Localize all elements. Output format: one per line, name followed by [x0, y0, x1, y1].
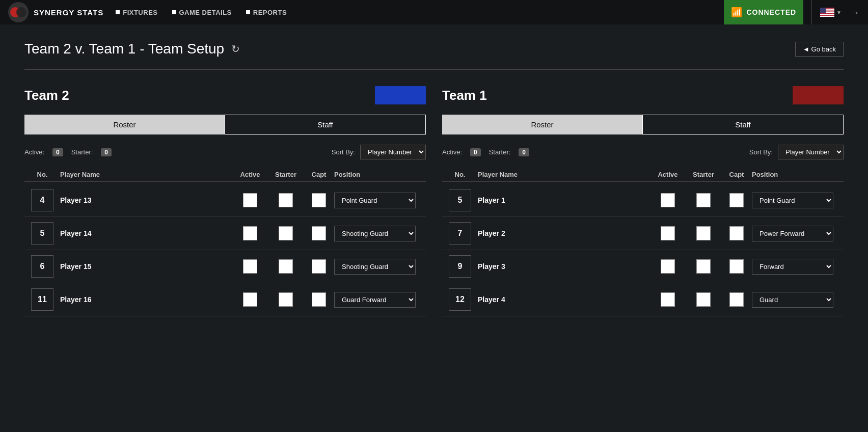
- player-name: Player 3: [478, 262, 650, 271]
- wifi-icon: 📶: [731, 7, 742, 18]
- team1-controls-left: Active: 0 Starter: 0: [442, 148, 529, 156]
- table-row: 6 Player 15 Point Guard Shooting Guard S…: [24, 250, 426, 283]
- nav-links: FIXTURES GAME DETAILS REPORTS: [116, 9, 712, 16]
- team2-sort-label: Sort By:: [332, 148, 355, 156]
- position-select[interactable]: Point Guard Shooting Guard Small Forward…: [334, 193, 416, 208]
- flag-selector[interactable]: ▼: [820, 8, 842, 17]
- page-content: Team 2 v. Team 1 - Team Setup ↻ ◄ Go bac…: [0, 24, 868, 333]
- team1-color-swatch[interactable]: [793, 86, 844, 104]
- team1-col-active: Active: [650, 171, 686, 178]
- capt-checkbox[interactable]: [729, 226, 744, 240]
- table-row: 4 Player 13 Point Guard Shooting Guard S…: [24, 184, 426, 217]
- team2-col-capt: Capt: [304, 171, 334, 178]
- team2-col-active: Active: [232, 171, 268, 178]
- table-row: 9 Player 3 Point Guard Shooting Guard Sm…: [442, 250, 844, 283]
- svg-rect-8: [820, 16, 834, 17]
- team1-name: Team 1: [442, 88, 487, 103]
- table-row: 5 Player 14 Point Guard Shooting Guard S…: [24, 217, 426, 250]
- capt-checkbox[interactable]: [312, 292, 326, 307]
- position-select[interactable]: Point Guard Shooting Guard Small Forward…: [752, 193, 833, 208]
- chevron-down-icon: ▼: [836, 10, 842, 15]
- active-checkbox[interactable]: [661, 292, 675, 307]
- active-checkbox[interactable]: [661, 259, 675, 274]
- player-name: Player 14: [60, 229, 232, 237]
- player-number: 4: [31, 189, 53, 211]
- team1-active-count: 0: [470, 148, 481, 156]
- team2-color-swatch[interactable]: [375, 86, 426, 104]
- team2-sort-select[interactable]: Player Number Player Name: [360, 145, 426, 159]
- nav-dot: [116, 10, 120, 14]
- capt-checkbox[interactable]: [312, 193, 326, 207]
- nav-game-details[interactable]: GAME DETAILS: [172, 9, 232, 16]
- refresh-icon[interactable]: ↻: [231, 43, 240, 55]
- team2-roster-tab[interactable]: Roster: [24, 115, 225, 134]
- capt-checkbox[interactable]: [312, 226, 326, 240]
- team1-roster-tab[interactable]: Roster: [442, 115, 642, 134]
- team2-controls: Active: 0 Starter: 0 Sort By: Player Num…: [24, 145, 426, 159]
- app-logo: [8, 2, 29, 22]
- go-back-button[interactable]: ◄ Go back: [795, 42, 844, 57]
- team1-col-name: Player Name: [478, 171, 650, 178]
- player-name: Player 16: [60, 295, 232, 304]
- team2-controls-right: Sort By: Player Number Player Name: [332, 145, 426, 159]
- team2-name: Team 2: [24, 88, 69, 103]
- team2-staff-tab[interactable]: Staff: [225, 115, 426, 134]
- player-number: 5: [449, 189, 471, 211]
- starter-checkbox[interactable]: [279, 193, 293, 207]
- team2-panel: Team 2 Roster Staff Active: 0 Starter: 0…: [24, 86, 426, 316]
- position-select[interactable]: Point Guard Shooting Guard Small Forward…: [334, 259, 416, 275]
- starter-checkbox[interactable]: [696, 259, 711, 274]
- starter-checkbox[interactable]: [279, 226, 293, 240]
- nav-fixtures[interactable]: FIXTURES: [116, 9, 157, 16]
- position-select[interactable]: Point Guard Shooting Guard Small Forward…: [752, 259, 833, 275]
- active-checkbox[interactable]: [661, 193, 675, 207]
- team2-starter-label: Starter:: [71, 148, 93, 156]
- page-header: Team 2 v. Team 1 - Team Setup ↻ ◄ Go bac…: [24, 41, 844, 57]
- starter-checkbox[interactable]: [279, 292, 293, 307]
- active-checkbox[interactable]: [243, 226, 257, 240]
- teams-row: Team 2 Roster Staff Active: 0 Starter: 0…: [24, 86, 844, 316]
- team1-table-header: No. Player Name Active Starter Capt Posi…: [442, 168, 844, 182]
- active-checkbox[interactable]: [661, 226, 675, 240]
- capt-checkbox[interactable]: [312, 259, 326, 274]
- active-checkbox[interactable]: [243, 292, 257, 307]
- table-row: 12 Player 4 Point Guard Shooting Guard S…: [442, 283, 844, 316]
- position-select[interactable]: Point Guard Shooting Guard Small Forward…: [752, 292, 833, 308]
- position-select[interactable]: Point Guard Shooting Guard Small Forward…: [752, 226, 833, 241]
- team1-controls: Active: 0 Starter: 0 Sort By: Player Num…: [442, 145, 844, 159]
- position-select[interactable]: Point Guard Shooting Guard Small Forward…: [334, 226, 416, 241]
- brand-name: SYNERGY STATS: [34, 8, 103, 17]
- logout-icon[interactable]: →: [850, 7, 860, 18]
- team2-controls-left: Active: 0 Starter: 0: [24, 148, 112, 156]
- player-name: Player 1: [478, 196, 650, 204]
- starter-checkbox[interactable]: [696, 292, 711, 307]
- starter-checkbox[interactable]: [696, 226, 711, 240]
- team1-starter-count: 0: [519, 148, 529, 156]
- team1-sort-label: Sort By:: [749, 148, 773, 156]
- capt-checkbox[interactable]: [729, 292, 744, 307]
- svg-rect-9: [820, 8, 826, 13]
- player-name: Player 15: [60, 262, 232, 271]
- active-checkbox[interactable]: [243, 259, 257, 274]
- team2-active-count: 0: [52, 148, 63, 156]
- navbar: SYNERGY STATS FIXTURES GAME DETAILS REPO…: [0, 0, 868, 24]
- title-row: Team 2 v. Team 1 - Team Setup ↻: [24, 41, 240, 57]
- team1-col-no: No.: [442, 171, 478, 178]
- player-name: Player 2: [478, 229, 650, 237]
- capt-checkbox[interactable]: [729, 259, 744, 274]
- team1-active-label: Active:: [442, 148, 462, 156]
- player-number: 5: [31, 222, 53, 245]
- starter-checkbox[interactable]: [696, 193, 711, 207]
- capt-checkbox[interactable]: [729, 193, 744, 207]
- nav-reports[interactable]: REPORTS: [246, 9, 287, 16]
- team1-staff-tab[interactable]: Staff: [642, 115, 844, 134]
- us-flag: [820, 8, 834, 17]
- nav-dot: [172, 10, 176, 14]
- starter-checkbox[interactable]: [279, 259, 293, 274]
- team1-col-starter: Starter: [686, 171, 721, 178]
- team1-sort-select[interactable]: Player Number Player Name: [778, 145, 844, 159]
- team1-controls-right: Sort By: Player Number Player Name: [749, 145, 844, 159]
- navbar-right: 📶 CONNECTED ▼ →: [724, 0, 860, 24]
- position-select[interactable]: Point Guard Shooting Guard Small Forward…: [334, 292, 416, 308]
- active-checkbox[interactable]: [243, 193, 257, 207]
